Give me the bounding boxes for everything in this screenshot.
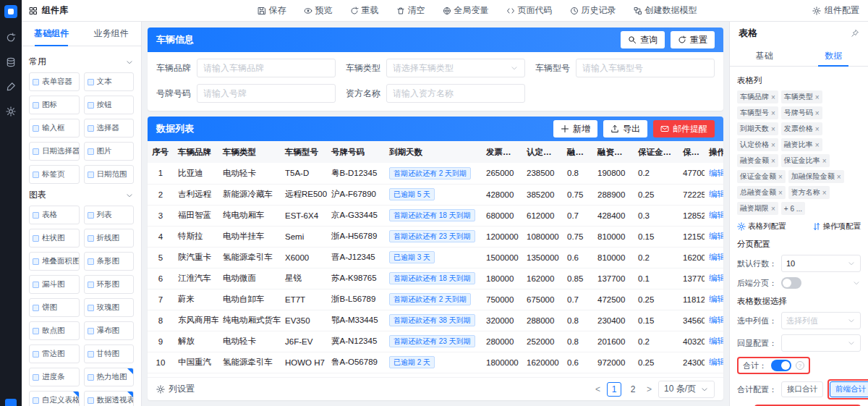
remove-tag-icon[interactable]: × (837, 173, 841, 181)
column-tag[interactable]: 到期天数× (737, 122, 778, 135)
prev-page-button[interactable]: < (594, 384, 602, 394)
component-item[interactable]: 表格 (29, 206, 80, 224)
column-tag[interactable]: 加融保险金额× (788, 170, 844, 183)
column-tag[interactable]: 资方名称× (788, 186, 830, 199)
remove-tag-icon[interactable]: × (771, 125, 775, 133)
component-item[interactable]: 柱状图 (29, 229, 80, 248)
section-header[interactable]: 常用 (29, 56, 134, 68)
brush-icon[interactable] (6, 82, 16, 92)
page-number-2[interactable]: 2 (626, 382, 640, 397)
edit-link[interactable]: 编辑 (709, 358, 723, 366)
page-number-1[interactable]: 1 (607, 382, 621, 397)
column-tag[interactable]: 总融资金额× (737, 186, 786, 199)
rail-bottom-badge[interactable] (5, 399, 17, 406)
component-item[interactable]: 热力地图 (84, 368, 135, 386)
remove-tag-icon[interactable]: × (778, 189, 783, 197)
echo-config-select[interactable] (781, 334, 861, 352)
reset-button[interactable]: 重置 (671, 31, 715, 48)
remove-tag-icon[interactable]: × (815, 109, 820, 117)
edit-link[interactable]: 编辑 (709, 337, 723, 345)
database-icon[interactable] (6, 57, 16, 67)
edit-link[interactable]: 编辑 (709, 316, 723, 324)
column-tag[interactable]: 保证金比率× (781, 154, 830, 167)
column-tag[interactable]: 认定价格× (737, 138, 778, 151)
component-item[interactable]: 图标 (29, 96, 80, 114)
toolbar-action-reload[interactable]: 重载 (350, 4, 379, 17)
column-tag[interactable]: 车辆品牌× (737, 90, 778, 103)
page-size-select[interactable]: 10 条/页 (658, 381, 715, 398)
component-item[interactable]: 列表 (84, 206, 135, 224)
toolbar-action-history[interactable]: 历史记录 (570, 4, 616, 17)
toolbar-action-preview[interactable]: 预览 (304, 4, 333, 17)
component-item[interactable]: 按钮 (84, 96, 135, 114)
remove-tag-icon[interactable]: × (771, 109, 775, 117)
component-tab-1[interactable]: 业务组件 (82, 22, 142, 46)
component-item[interactable]: 甘特图 (84, 344, 135, 363)
toolbar-action-model[interactable]: 创建数据模型 (634, 4, 697, 17)
edit-link[interactable]: 编辑 (709, 274, 723, 282)
config-tab-0[interactable]: 基础 (730, 45, 799, 66)
component-item[interactable]: 环形图 (84, 275, 135, 294)
sync-icon[interactable] (6, 33, 16, 43)
mail-remind-button[interactable]: 邮件提醒 (653, 120, 715, 138)
column-settings-button[interactable]: 列设置 (156, 383, 195, 395)
component-item[interactable]: 文本 (84, 72, 135, 91)
remove-tag-icon[interactable]: × (771, 141, 775, 149)
remove-tag-icon[interactable]: × (822, 189, 827, 197)
toolbar-action-save[interactable]: 保存 (258, 4, 286, 17)
more-columns-tag[interactable]: + 6 ... (781, 202, 805, 215)
toolbar-action-clear[interactable]: 清空 (396, 4, 425, 17)
backend-paging-toggle[interactable] (781, 277, 801, 289)
remove-tag-icon[interactable]: × (815, 141, 820, 149)
column-tag[interactable]: 发票价格× (781, 122, 822, 135)
edit-link[interactable]: 编辑 (709, 232, 723, 240)
query-button[interactable]: 查询 (621, 31, 665, 48)
component-item[interactable]: 玫瑰图 (84, 298, 135, 317)
remove-tag-icon[interactable]: × (771, 93, 775, 101)
component-item[interactable]: 漏斗图 (29, 275, 80, 294)
field-input[interactable]: 请输入车辆品牌 (197, 59, 336, 77)
pin-icon[interactable] (851, 29, 859, 38)
next-page-button[interactable]: > (645, 384, 653, 394)
remove-tag-icon[interactable]: × (822, 157, 827, 165)
edit-link[interactable]: 编辑 (709, 253, 723, 261)
remove-tag-icon[interactable]: × (771, 205, 775, 213)
remove-tag-icon[interactable]: × (771, 157, 775, 165)
edit-link[interactable]: 编辑 (709, 169, 723, 177)
remove-tag-icon[interactable]: × (815, 125, 820, 133)
app-logo[interactable] (4, 5, 17, 18)
field-input[interactable]: 请输入号牌 (197, 84, 336, 103)
component-item[interactable]: 瀑布图 (84, 321, 135, 340)
gear-icon[interactable] (6, 106, 16, 117)
component-item[interactable]: 选择器 (84, 119, 135, 138)
column-tag[interactable]: 融资期限× (737, 202, 778, 215)
component-item[interactable]: 自定义表格 (29, 391, 80, 406)
field-select[interactable]: 请选择车辆类型 (386, 59, 525, 77)
component-item[interactable]: 饼图 (29, 298, 80, 317)
component-item[interactable]: 图片 (84, 142, 135, 161)
add-button[interactable]: 新增 (553, 120, 597, 138)
export-button[interactable]: 导出 (603, 120, 647, 138)
sum-toggle[interactable] (771, 360, 791, 371)
component-item[interactable]: 折线图 (84, 229, 135, 248)
component-item[interactable]: 日期范围 (84, 165, 135, 184)
column-tag[interactable]: 保证金金额× (737, 170, 786, 183)
toolbar-action-code[interactable]: 页面代码 (506, 4, 553, 17)
component-item[interactable]: 散点图 (29, 321, 80, 340)
field-input[interactable]: 请输入资方名称 (386, 84, 525, 103)
section-header[interactable]: 图表 (29, 189, 134, 201)
remove-tag-icon[interactable]: × (778, 173, 783, 181)
edit-link[interactable]: 编辑 (709, 211, 723, 219)
component-item[interactable]: 数据透视表 (84, 391, 135, 406)
field-input[interactable]: 请输入车辆型号 (576, 59, 715, 77)
column-tag[interactable]: 车辆类型× (781, 90, 822, 103)
component-item[interactable]: 输入框 (29, 119, 80, 138)
selected-column-select[interactable]: 选择列值 (781, 312, 861, 329)
config-tab-1[interactable]: 数据 (799, 45, 868, 66)
component-config-button[interactable]: 组件配置 (812, 4, 868, 17)
action-item-config-button[interactable]: 操作项配置 (812, 221, 861, 232)
component-item[interactable]: 标签页 (29, 165, 80, 184)
column-tag[interactable]: 融资比率× (781, 138, 822, 151)
component-item[interactable]: 条形图 (84, 252, 135, 271)
component-item[interactable]: 进度条 (29, 368, 80, 386)
